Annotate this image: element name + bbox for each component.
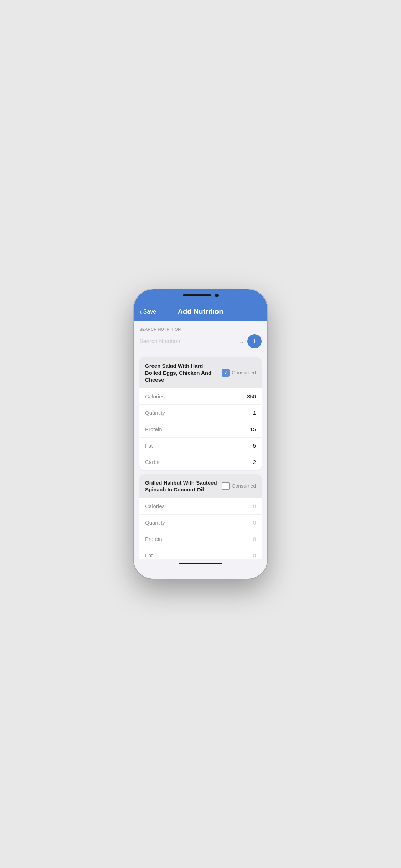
add-nutrition-button[interactable]: + — [247, 334, 262, 348]
calories-value-2: 0 — [253, 503, 256, 509]
search-input-wrapper[interactable]: Search Nutrition ⌄ — [139, 335, 244, 348]
quantity-label-2: Quantity — [145, 520, 165, 526]
notch-dot — [215, 294, 219, 297]
food-name-1: Green Salad With Hard Boiled Eggs, Chick… — [145, 362, 217, 383]
notch-area — [183, 294, 219, 297]
carbs-value-1: 2 — [253, 459, 256, 465]
search-section-label: SEARCH NUTRITION — [139, 327, 262, 331]
nutrition-row-calories-1: Calories 350 — [139, 388, 262, 405]
food-card-1-header: Green Salad With Hard Boiled Eggs, Chick… — [139, 357, 262, 388]
page-title: Add Nutrition — [141, 308, 260, 316]
nutrition-row-calories-2: Calories 0 — [139, 498, 262, 515]
fat-label-2: Fat — [145, 552, 153, 558]
consumed-wrapper-2: Consumed — [222, 482, 256, 490]
calories-label-1: Calories — [145, 393, 165, 399]
quantity-value-2: 0 — [253, 520, 256, 526]
quantity-label-1: Quantity — [145, 410, 165, 416]
nutrition-row-fat-1: Fat 5 — [139, 438, 262, 454]
nutrition-row-quantity-2: Quantity 0 — [139, 515, 262, 531]
food-card-1: Green Salad With Hard Boiled Eggs, Chick… — [139, 357, 262, 470]
home-indicator — [179, 563, 222, 564]
fat-value-1: 5 — [253, 443, 256, 449]
consumed-label-1: Consumed — [232, 370, 256, 376]
calories-value-1: 350 — [247, 393, 256, 399]
phone-top-bar: ‹ Save Add Nutrition — [134, 289, 267, 321]
protein-value-1: 15 — [250, 426, 256, 432]
back-label: Save — [143, 309, 156, 315]
calories-label-2: Calories — [145, 503, 165, 509]
search-row: Search Nutrition ⌄ + — [139, 334, 262, 353]
nutrition-row-protein-2: Protein 0 — [139, 531, 262, 547]
chevron-down-icon: ⌄ — [239, 338, 244, 345]
back-icon: ‹ — [139, 308, 142, 316]
fat-label-1: Fat — [145, 443, 153, 449]
protein-label-2: Protein — [145, 536, 162, 542]
nutrition-row-protein-1: Protein 15 — [139, 421, 262, 438]
food-card-2-header: Grilled Halibut With Sautéed Spinach In … — [139, 474, 262, 498]
protein-label-1: Protein — [145, 426, 162, 432]
food-card-2: Grilled Halibut With Sautéed Spinach In … — [139, 474, 262, 559]
quantity-value-1: 1 — [253, 410, 256, 416]
carbs-label-1: Carbs — [145, 459, 159, 465]
search-section: SEARCH NUTRITION Search Nutrition ⌄ + — [134, 321, 267, 353]
food-name-2: Grilled Halibut With Sautéed Spinach In … — [145, 479, 217, 493]
header: ‹ Save Add Nutrition — [134, 304, 267, 321]
consumed-wrapper-1: Consumed — [222, 369, 256, 377]
nutrition-row-quantity-1: Quantity 1 — [139, 405, 262, 421]
plus-icon: + — [252, 337, 257, 345]
nutrition-row-fat-2: Fat 0 — [139, 547, 262, 559]
consumed-label-2: Consumed — [232, 483, 256, 489]
nutrition-row-carbs-1: Carbs 2 — [139, 454, 262, 470]
main-content: SEARCH NUTRITION Search Nutrition ⌄ + Gr… — [134, 321, 267, 559]
bottom-bar — [134, 559, 267, 571]
notch-pill — [183, 294, 211, 296]
protein-value-2: 0 — [253, 536, 256, 542]
consumed-checkbox-2[interactable] — [222, 482, 230, 490]
back-button[interactable]: ‹ Save — [139, 308, 156, 316]
phone-frame: ‹ Save Add Nutrition SEARCH NUTRITION Se… — [134, 289, 267, 579]
fat-value-2: 0 — [253, 552, 256, 558]
consumed-checkbox-1[interactable] — [222, 369, 230, 377]
search-input[interactable]: Search Nutrition — [139, 338, 180, 345]
